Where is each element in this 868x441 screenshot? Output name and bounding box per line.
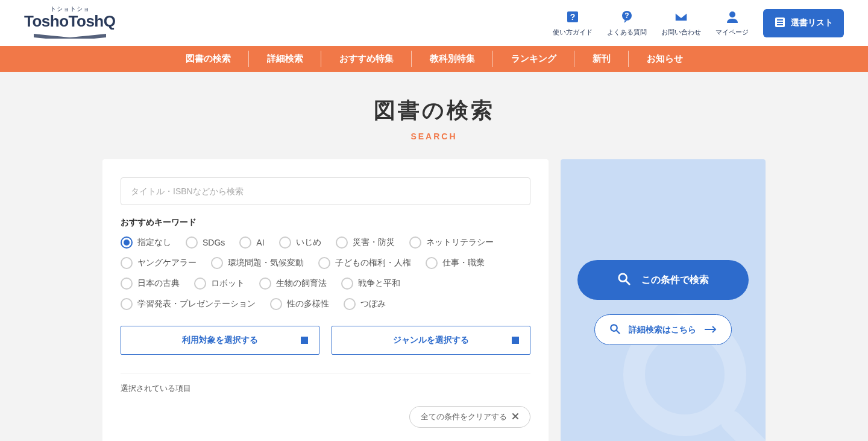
search-input[interactable]	[121, 177, 530, 205]
keyword-label: 生物の飼育法	[276, 278, 327, 289]
radio-icon	[186, 236, 198, 249]
keyword-label: 学習発表・プレゼンテーション	[137, 299, 256, 309]
page-title-block: 図書の検索 SEARCH	[0, 72, 868, 159]
booklist-label: 選書リスト	[791, 17, 833, 28]
keyword-label: ネットリテラシー	[426, 237, 494, 248]
list-icon	[774, 16, 786, 30]
keyword-option[interactable]: いじめ	[279, 236, 321, 249]
logo-text: ToshoToshQ	[24, 13, 115, 29]
select-audience-button[interactable]: 利用対象を選択する	[121, 326, 319, 355]
mainnav-advanced[interactable]: 詳細検索	[249, 46, 321, 72]
svg-point-11	[619, 274, 627, 282]
keyword-label: いじめ	[296, 237, 321, 248]
site-logo[interactable]: トショトショ ToshoToshQ	[24, 5, 115, 41]
keyword-label: つぼみ	[360, 299, 386, 309]
keyword-label: 指定なし	[137, 237, 171, 248]
advanced-search-link[interactable]: 詳細検索はこちら	[594, 314, 732, 345]
book-icon	[31, 30, 109, 41]
select-genre-button[interactable]: ジャンルを選択する	[332, 326, 530, 355]
keyword-option[interactable]: ロボット	[194, 278, 245, 290]
select-genre-label: ジャンルを選択する	[393, 335, 469, 346]
square-icon	[301, 337, 308, 344]
radio-icon	[121, 278, 133, 290]
close-icon	[512, 413, 519, 422]
search-action-pane: この条件で検索 詳細検索はこちら	[561, 159, 766, 441]
mail-icon	[674, 10, 688, 25]
search-icon	[609, 323, 620, 336]
nav-label: 使い方ガイド	[553, 28, 593, 37]
radio-icon	[121, 257, 133, 269]
arrow-right-icon	[705, 325, 717, 335]
clear-all-label: 全ての条件をクリアする	[421, 411, 507, 422]
keyword-option[interactable]: 仕事・職業	[426, 257, 485, 269]
search-icon	[617, 272, 631, 288]
header: トショトショ ToshoToshQ ? 使い方ガイド ? よくある質問 お問い合…	[0, 0, 868, 46]
svg-rect-7	[777, 22, 783, 23]
keyword-label: ヤングケアラー	[137, 258, 197, 268]
keyword-option[interactable]: ヤングケアラー	[121, 257, 197, 269]
keyword-option[interactable]: ネットリテラシー	[409, 236, 494, 249]
keyword-label: ロボット	[211, 278, 245, 289]
search-form-card: おすすめキーワード 指定なしSDGsAIいじめ災害・防災ネットリテラシーヤングケ…	[102, 159, 549, 441]
radio-icon	[279, 236, 291, 249]
header-nav: ? 使い方ガイド ? よくある質問 お問い合わせ マイページ 選	[553, 9, 844, 37]
keyword-label: 災害・防災	[353, 237, 395, 248]
square-icon	[512, 337, 519, 344]
mainnav-search[interactable]: 図書の検索	[168, 46, 249, 72]
keyword-option[interactable]: 子どもの権利・人権	[318, 257, 411, 269]
keyword-option[interactable]: つぼみ	[344, 298, 386, 310]
selected-items-label: 選択されている項目	[121, 383, 530, 394]
radio-icon	[318, 257, 330, 269]
search-submit-button[interactable]: この条件で検索	[577, 260, 749, 300]
keyword-option[interactable]: 災害・防災	[336, 236, 395, 249]
keyword-list: 指定なしSDGsAIいじめ災害・防災ネットリテラシーヤングケアラー環境問題・気候…	[121, 236, 530, 310]
keyword-label: AI	[256, 238, 264, 247]
nav-contact[interactable]: お問い合わせ	[661, 10, 701, 37]
clear-all-button[interactable]: 全ての条件をクリアする	[409, 406, 530, 428]
radio-icon	[121, 298, 133, 310]
svg-line-12	[626, 281, 630, 285]
keyword-option[interactable]: 性の多様性	[270, 298, 329, 310]
search-cta-label: この条件で検索	[641, 274, 709, 287]
nav-label: マイページ	[715, 28, 749, 37]
radio-icon	[239, 236, 251, 249]
keyword-option[interactable]: 戦争と平和	[341, 278, 400, 290]
keyword-option[interactable]: SDGs	[186, 236, 225, 249]
mainnav-ranking[interactable]: ランキング	[493, 46, 574, 72]
question-bubble-icon: ?	[620, 10, 634, 25]
keyword-option[interactable]: 生物の飼育法	[259, 278, 327, 290]
mainnav-news[interactable]: お知らせ	[629, 46, 701, 72]
keyword-label: 環境問題・気候変動	[228, 258, 304, 268]
keyword-label: SDGs	[203, 238, 225, 247]
radio-icon	[211, 257, 223, 269]
mainnav-subject[interactable]: 教科別特集	[412, 46, 493, 72]
booklist-button[interactable]: 選書リスト	[763, 9, 844, 37]
mainnav-featured[interactable]: おすすめ特集	[321, 46, 412, 72]
keyword-option[interactable]: AI	[239, 236, 264, 249]
keyword-label: 戦争と平和	[358, 278, 400, 289]
nav-faq[interactable]: ? よくある質問	[607, 10, 647, 37]
radio-icon	[409, 236, 421, 249]
svg-rect-8	[777, 24, 783, 25]
keyword-label: 仕事・職業	[442, 258, 485, 268]
keyword-option[interactable]: 指定なし	[121, 236, 171, 249]
svg-text:?: ?	[570, 12, 576, 22]
radio-icon	[121, 236, 133, 249]
nav-usage-guide[interactable]: ? 使い方ガイド	[553, 10, 593, 37]
radio-icon	[270, 298, 282, 310]
nav-label: よくある質問	[607, 28, 647, 37]
svg-line-14	[617, 331, 620, 334]
radio-icon	[344, 298, 356, 310]
nav-label: お問い合わせ	[661, 28, 701, 37]
question-square-icon: ?	[565, 10, 580, 25]
radio-icon	[259, 278, 271, 290]
page-subtitle: SEARCH	[0, 132, 868, 141]
mainnav-newbooks[interactable]: 新刊	[574, 46, 629, 72]
keyword-option[interactable]: 日本の古典	[121, 278, 180, 290]
keyword-option[interactable]: 環境問題・気候変動	[211, 257, 304, 269]
radio-icon	[336, 236, 348, 249]
svg-rect-6	[777, 19, 783, 21]
keyword-option[interactable]: 学習発表・プレゼンテーション	[121, 298, 256, 310]
nav-mypage[interactable]: マイページ	[715, 10, 749, 37]
keyword-label: 性の多様性	[287, 299, 329, 309]
